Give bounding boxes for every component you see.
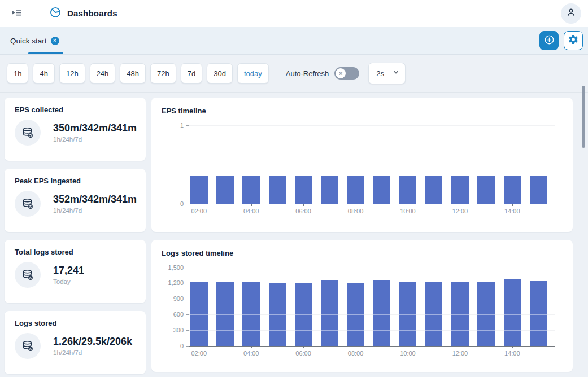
bar (216, 176, 234, 204)
range-button-1h[interactable]: 1h (7, 63, 28, 84)
chart-title: Logs stored timeline (162, 249, 563, 257)
gridline-overlay (189, 125, 555, 126)
x-axis-label: 02:00 (184, 350, 214, 357)
x-axis-label: 06:00 (289, 208, 318, 214)
sidebar-expand-icon (10, 6, 24, 21)
chart-plot-area: 03006009001,2001,50002:0004:0006:0008:00… (189, 268, 555, 347)
range-button-24h[interactable]: 24h (90, 63, 116, 84)
user-icon (565, 7, 577, 20)
top-bar: Dashboards (0, 0, 588, 27)
x-axis-tick (460, 346, 460, 348)
range-button-4h[interactable]: 4h (33, 63, 54, 84)
stat-card-subtitle: 1h/24h/7d (53, 349, 132, 356)
auto-refresh-toggle[interactable]: × (334, 67, 359, 80)
stat-card-eps-collected: EPS collected 350m/342m/341m 1h/24h/7d (5, 98, 146, 161)
bar (295, 176, 312, 204)
x-axis-tick (408, 204, 408, 206)
y-axis-tick (186, 268, 189, 268)
bar (504, 176, 521, 204)
y-axis-label: 1,500 (159, 264, 184, 271)
stat-card-total-logs: Total logs stored 17,241 Today (5, 240, 146, 303)
tab-close-icon[interactable]: × (51, 37, 59, 45)
active-tab-indicator (28, 52, 63, 54)
bar (504, 279, 521, 346)
bar (242, 176, 260, 204)
bar (530, 281, 547, 346)
x-axis-tick (303, 346, 304, 348)
bar (321, 176, 338, 204)
range-button-today[interactable]: today (237, 63, 269, 84)
x-axis-tick (460, 204, 460, 206)
x-axis-label: 10:00 (393, 350, 423, 357)
range-button-72h[interactable]: 72h (150, 63, 176, 84)
x-axis-tick (251, 346, 252, 348)
y-axis-label: 0 (159, 200, 184, 207)
bar (373, 280, 391, 346)
x-axis-label: 10:00 (393, 208, 423, 214)
y-axis-label: 600 (159, 311, 184, 318)
bar (190, 176, 208, 204)
stat-card-peak-eps: Peak EPS ingested 352m/342m/341m 1h/24h/… (5, 169, 146, 232)
range-button-7d[interactable]: 7d (181, 63, 202, 84)
y-axis-tick (186, 299, 189, 299)
x-axis-tick (408, 346, 408, 348)
chart-plot-area: 0102:0004:0006:0008:0010:0012:0014:00 (189, 125, 555, 204)
x-axis-label: 14:00 (498, 208, 527, 214)
y-axis-tick (186, 314, 189, 315)
y-axis-label: 1,200 (159, 279, 184, 286)
x-axis-label: 04:00 (237, 350, 266, 357)
bar (451, 176, 469, 204)
stat-card-value: 350m/342m/341m (53, 122, 137, 134)
x-axis-label: 08:00 (341, 350, 371, 357)
user-avatar-button[interactable] (561, 3, 581, 24)
eps-timeline-chart: 0102:0004:0006:0008:0010:0012:0014:00 (162, 125, 563, 204)
range-button-30d[interactable]: 30d (207, 63, 233, 84)
stat-card-logs-stored: Logs stored 1.26k/29.5k/206k 1h/24h/7d (5, 311, 146, 374)
tab-label: Quick start (10, 37, 47, 45)
x-axis-tick (356, 204, 356, 206)
x-axis-label: 12:00 (445, 350, 474, 357)
bar (321, 280, 338, 346)
y-axis-tick (186, 330, 189, 331)
x-axis-tick (303, 204, 304, 206)
stat-card-subtitle: 1h/24h/7d (53, 207, 137, 214)
refresh-interval-select[interactable]: 2s (368, 63, 406, 84)
page-title: Dashboards (67, 8, 117, 18)
y-axis-label: 900 (159, 295, 184, 302)
bar (477, 176, 495, 204)
range-button-12h[interactable]: 12h (59, 63, 85, 84)
sidebar-toggle-button[interactable] (0, 0, 34, 27)
chart-column: EPS timeline 0102:0004:0006:0008:0010:00… (151, 98, 573, 374)
x-axis-tick (199, 204, 199, 206)
tab-bar-actions (539, 31, 583, 50)
time-range-toolbar: 1h 4h 12h 24h 48h 72h 7d 30d today Auto-… (0, 55, 588, 93)
dashboards-logo-icon (49, 6, 62, 21)
tab-quick-start[interactable]: Quick start × (10, 27, 59, 54)
y-axis-tick (186, 204, 189, 204)
gridline-overlay (189, 283, 555, 283)
vertical-scrollbar-thumb[interactable] (582, 86, 585, 148)
x-axis-label: 02:00 (184, 208, 214, 214)
database-check-icon (15, 333, 41, 359)
stat-card-title: EPS collected (15, 106, 136, 114)
x-axis-tick (356, 346, 356, 348)
toggle-off-icon: × (336, 68, 346, 78)
stat-card-title: Peak EPS ingested (15, 177, 136, 185)
chevron-down-icon (392, 68, 400, 78)
y-axis-label: 300 (159, 327, 184, 334)
dashboard-settings-button[interactable] (564, 31, 583, 50)
bar (399, 176, 417, 204)
refresh-interval-value: 2s (376, 69, 384, 78)
gear-icon (568, 34, 579, 47)
stat-card-value: 17,241 (53, 265, 84, 277)
range-button-48h[interactable]: 48h (120, 63, 146, 84)
add-dashboard-button[interactable] (539, 31, 559, 50)
gridline-overlay (189, 314, 555, 315)
database-check-icon (15, 262, 41, 288)
x-axis-label: 12:00 (445, 208, 474, 214)
stat-card-column: EPS collected 350m/342m/341m 1h/24h/7d (5, 98, 146, 374)
dashboard-grid: EPS collected 350m/342m/341m 1h/24h/7d (0, 93, 588, 374)
stat-card-value: 1.26k/29.5k/206k (53, 336, 132, 348)
stat-card-title: Total logs stored (15, 248, 136, 256)
stat-card-subtitle: 1h/24h/7d (53, 136, 137, 143)
